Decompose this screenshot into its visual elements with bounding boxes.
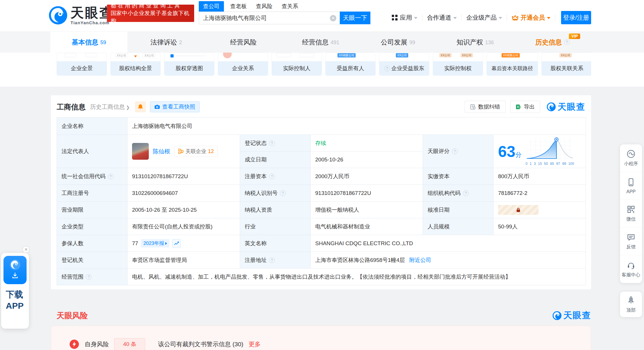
rocket-icon bbox=[626, 296, 636, 305]
search-tabs: 查公司 查老板 查风险 查关系 bbox=[199, 2, 370, 12]
brand-logo[interactable]: 天眼查 TianYanCha.com bbox=[49, 6, 114, 25]
tab-basic-info[interactable]: 基本信息59 bbox=[50, 32, 127, 53]
card-equity-relation[interactable]: XX公司 股权关联关系 bbox=[541, 53, 591, 76]
floating-toolbar: 小程序 APP 微信 反馈 客服中心 bbox=[620, 144, 642, 283]
search-tab-boss[interactable]: 查老板 bbox=[230, 1, 247, 12]
company-name-label: 企业名称 bbox=[57, 118, 127, 135]
card-actual-control[interactable]: XX公司XX公司 实际控制权 bbox=[433, 53, 483, 76]
divider bbox=[555, 14, 555, 21]
search-input[interactable] bbox=[199, 12, 340, 24]
nav-vip[interactable]: 开通会员 bbox=[512, 14, 550, 22]
search-tab-risk[interactable]: 查风险 bbox=[256, 1, 272, 12]
company-type-value: 有限责任公司(自然人投资或控股) bbox=[127, 218, 240, 235]
business-scope-label: 经营范围? bbox=[57, 269, 127, 285]
tianyancha-eye-icon bbox=[10, 259, 21, 270]
taxpayer-quality-value: 增值税一般纳税人 bbox=[311, 202, 423, 218]
login-register-button[interactable]: 登录/注册 bbox=[561, 11, 591, 24]
help-icon: ? bbox=[86, 274, 92, 280]
mini-node: XX公司 bbox=[115, 53, 128, 58]
toolbar-wechat[interactable]: 微信 bbox=[620, 200, 642, 228]
nav-enterprise[interactable]: 企业级产品 bbox=[466, 14, 502, 22]
score-label: 天眼评分? bbox=[423, 135, 493, 168]
credit-code-value: 91310120781867722U bbox=[127, 168, 240, 185]
business-term-label: 营业期限 bbox=[57, 202, 127, 218]
business-info-table: 企业名称 上海德驱驰电气有限公司 法定代表人 陈仙根 关联企业 12 bbox=[57, 117, 586, 285]
tab-company-development[interactable]: 公司发展99 bbox=[359, 32, 437, 53]
tab-business-info[interactable]: 经营信息491 bbox=[282, 32, 359, 53]
download-app-widget[interactable]: ✕ 下载 APP bbox=[1, 253, 29, 329]
nav-partner[interactable]: 合作通道 bbox=[427, 14, 457, 22]
reg-status-value: 存续 bbox=[311, 135, 423, 152]
mini-company-badge: XX有限公司 bbox=[337, 53, 356, 57]
annual-report-badge[interactable]: 2023年报 bbox=[141, 239, 169, 247]
search-tab-company[interactable]: 查公司 bbox=[199, 1, 224, 12]
tab-operating-risk[interactable]: 经营风险 bbox=[205, 32, 282, 53]
search-tab-relation[interactable]: 查关系 bbox=[282, 1, 298, 12]
tab-history-info[interactable]: 历史信息? VIP bbox=[514, 32, 591, 53]
legal-rep-label: 法定代表人 bbox=[57, 135, 127, 168]
company-type-label: 企业类型 bbox=[57, 218, 127, 235]
mini-node bbox=[276, 53, 291, 57]
trend-chart-button[interactable] bbox=[172, 239, 181, 248]
headset-icon bbox=[626, 260, 636, 270]
subscribe-bell-button[interactable] bbox=[135, 101, 146, 112]
mini-company-badge: XX有限公司 bbox=[502, 53, 520, 57]
staff-size-label: 人员规模 bbox=[423, 218, 493, 235]
locked-value[interactable] bbox=[498, 205, 539, 215]
risk-count-badge[interactable]: 40 条 bbox=[114, 338, 145, 350]
toolbar-customer-service[interactable]: 客服中心 bbox=[620, 255, 642, 283]
mini-node bbox=[170, 54, 174, 57]
legal-rep-avatar[interactable] bbox=[132, 143, 149, 160]
bell-icon bbox=[137, 104, 144, 110]
crown-icon bbox=[512, 14, 519, 21]
business-snapshot-button[interactable]: 查看工商快照 bbox=[150, 101, 200, 112]
reg-number-label: 工商注册号 bbox=[57, 185, 127, 202]
taxpayer-quality-label: 纳税人资质 bbox=[240, 202, 311, 218]
legal-rep-name-link[interactable]: 陈仙根 bbox=[153, 148, 170, 155]
page: 天眼查 TianYanCha.com 都在用的商业查询工具 国家中小企业发展子基… bbox=[0, 0, 644, 350]
card-equity-penetration[interactable]: 股权穿透图 bbox=[164, 53, 214, 76]
help-icon: ? bbox=[463, 190, 469, 196]
reg-address-label: 注册地址? bbox=[240, 252, 311, 269]
english-name-label: 英文名称 bbox=[240, 235, 311, 252]
reg-number-value: 310226000694607 bbox=[127, 185, 240, 202]
legal-rep-value: 陈仙根 关联企业 12 bbox=[127, 135, 240, 168]
card-capital-path[interactable]: XX有限公司 幕后资本关联路径 bbox=[487, 53, 538, 76]
promo-line1: 都在用的商业查询工具 bbox=[111, 2, 190, 10]
search-area: 查公司 查老板 查风险 查关系 ✕ 天眼一下 bbox=[199, 2, 370, 24]
risk-more-link[interactable]: 更多 bbox=[248, 340, 261, 348]
search-button[interactable]: 天眼一下 bbox=[340, 12, 370, 24]
tianyancha-eye-icon bbox=[552, 311, 562, 320]
chevron-down-icon bbox=[453, 17, 457, 19]
back-to-top-button[interactable]: 顶部 bbox=[620, 292, 642, 317]
toolbar-app[interactable]: APP bbox=[620, 172, 642, 200]
tab-legal[interactable]: 法律诉讼2 bbox=[127, 32, 205, 53]
toolbar-mini-program[interactable]: 小程序 bbox=[620, 144, 642, 172]
nearby-companies-link[interactable]: 附近公司 bbox=[409, 257, 431, 263]
toolbar-feedback[interactable]: 反馈 bbox=[620, 228, 642, 255]
history-business-info-link[interactable]: 历史工商信息 bbox=[90, 103, 130, 111]
help-icon: ? bbox=[269, 140, 275, 146]
tianyancha-watermark: 天眼查 bbox=[547, 101, 585, 113]
lock-icon bbox=[516, 207, 521, 213]
close-icon[interactable]: ✕ bbox=[23, 246, 29, 253]
data-correction-button[interactable]: 数据纠错 bbox=[465, 101, 506, 113]
establish-date-value: 2005-10-26 bbox=[311, 152, 423, 168]
card-beneficial-shareholder[interactable]: XX公司 ?企业受益股东 bbox=[379, 53, 429, 76]
top-header: 天眼查 TianYanCha.com 都在用的商业查询工具 国家中小企业发展子基… bbox=[0, 0, 644, 32]
mini-node bbox=[299, 53, 314, 57]
card-beneficial-owner[interactable]: XX有限公司 受益所有人 bbox=[325, 53, 376, 76]
tianyancha-watermark: 天眼查 bbox=[552, 310, 591, 321]
export-button[interactable]: X 导出 bbox=[510, 101, 540, 113]
card-enterprise-panorama[interactable]: 企业全景 bbox=[57, 53, 107, 76]
chevron-down-icon bbox=[414, 17, 417, 19]
related-companies-badge[interactable]: 关联企业 12 bbox=[174, 146, 218, 157]
tab-intellectual-property[interactable]: 知识产权136 bbox=[437, 32, 514, 53]
qr-code-icon bbox=[626, 205, 636, 214]
clear-search-icon[interactable]: ✕ bbox=[330, 15, 336, 21]
card-enterprise-relations[interactable]: 企业关系 bbox=[218, 53, 268, 76]
nav-apps[interactable]: 应用 bbox=[391, 14, 417, 22]
help-icon: ? bbox=[280, 190, 286, 196]
card-equity-structure[interactable]: XX公司 XX公司 股权结构全景 bbox=[110, 53, 161, 76]
card-actual-controller[interactable]: 实际控制人 bbox=[272, 53, 322, 76]
